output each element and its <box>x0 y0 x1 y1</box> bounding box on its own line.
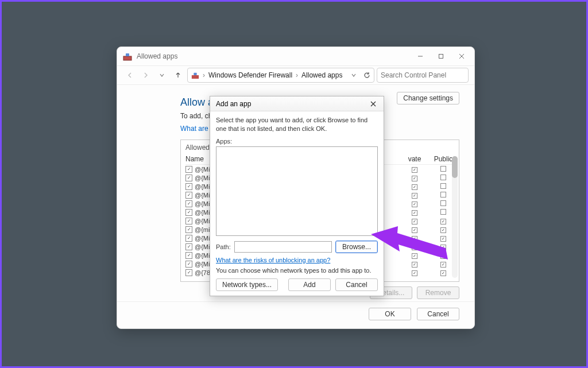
forward-button[interactable] <box>139 68 153 82</box>
add-button[interactable]: Add <box>288 278 331 291</box>
row-checkbox[interactable]: ✓ <box>185 192 192 199</box>
row-checkbox[interactable]: ✓ <box>185 183 192 190</box>
row-checkbox[interactable]: ✓ <box>185 269 192 276</box>
refresh-icon[interactable] <box>363 72 370 79</box>
public-checkbox[interactable]: ✓ <box>440 219 446 224</box>
crumb-firewall[interactable]: Windows Defender Firewall <box>208 71 292 79</box>
svg-rect-4 <box>439 55 443 59</box>
minimize-button[interactable] <box>410 48 431 64</box>
private-checkbox[interactable]: ✓ <box>412 262 417 268</box>
public-checkbox[interactable]: ✓ <box>440 245 446 250</box>
public-checkbox[interactable] <box>440 175 446 180</box>
row-checkbox[interactable]: ✓ <box>185 261 192 268</box>
row-checkbox[interactable]: ✓ <box>185 218 192 224</box>
row-checkbox[interactable]: ✓ <box>185 166 192 173</box>
svg-rect-7 <box>192 75 199 79</box>
private-checkbox[interactable]: ✓ <box>412 193 417 199</box>
private-checkbox[interactable]: ✓ <box>412 184 417 190</box>
dialog-title: Add an app <box>216 100 366 108</box>
private-checkbox[interactable]: ✓ <box>412 176 417 181</box>
address-bar: › Windows Defender Firewall › Allowed ap… <box>117 65 474 85</box>
browse-button[interactable]: Browse... <box>335 241 378 253</box>
change-settings-button[interactable]: Change settings <box>397 92 459 104</box>
scrollbar[interactable] <box>452 156 458 278</box>
public-checkbox[interactable]: ✓ <box>440 270 446 276</box>
public-checkbox[interactable]: ✓ <box>440 236 446 242</box>
dialog-close-button[interactable] <box>366 99 380 109</box>
public-checkbox[interactable] <box>440 183 446 189</box>
row-checkbox[interactable]: ✓ <box>185 226 192 233</box>
svg-rect-0 <box>123 56 131 60</box>
private-checkbox[interactable]: ✓ <box>412 236 417 242</box>
add-app-dialog: Add an app Select the app you want to ad… <box>210 96 384 296</box>
close-button[interactable] <box>451 48 472 64</box>
private-checkbox[interactable]: ✓ <box>412 245 417 250</box>
public-checkbox[interactable] <box>440 200 446 206</box>
private-checkbox[interactable]: ✓ <box>412 167 417 173</box>
crumb-allowed[interactable]: Allowed apps <box>301 71 342 79</box>
private-checkbox[interactable]: ✓ <box>412 210 417 216</box>
row-checkbox[interactable]: ✓ <box>185 209 192 216</box>
public-checkbox[interactable] <box>440 192 446 197</box>
col-private[interactable]: vate <box>400 155 429 163</box>
firewall-icon <box>123 52 132 61</box>
network-note: You can choose which network types to ad… <box>216 267 378 274</box>
remove-button[interactable]: Remove <box>417 286 459 299</box>
unblock-risk-link[interactable]: What are the risks of unblocking an app? <box>216 257 330 264</box>
row-checkbox[interactable]: ✓ <box>185 243 192 250</box>
dialog-cancel-button[interactable]: Cancel <box>335 278 378 291</box>
row-checkbox[interactable]: ✓ <box>185 200 192 207</box>
path-input[interactable] <box>234 241 332 253</box>
svg-rect-2 <box>126 53 129 56</box>
public-checkbox[interactable] <box>440 166 446 172</box>
titlebar: Allowed apps <box>117 47 474 65</box>
path-label: Path: <box>216 243 231 250</box>
dialog-titlebar: Add an app <box>210 96 384 111</box>
row-checkbox[interactable]: ✓ <box>185 252 192 259</box>
scroll-thumb[interactable] <box>452 156 458 178</box>
private-checkbox[interactable]: ✓ <box>412 270 417 276</box>
breadcrumb[interactable]: › Windows Defender Firewall › Allowed ap… <box>187 68 374 83</box>
private-checkbox[interactable]: ✓ <box>412 253 417 259</box>
up-button[interactable] <box>171 68 185 82</box>
recent-dropdown[interactable] <box>155 68 169 82</box>
dialog-description: Select the app you want to add, or click… <box>216 116 378 133</box>
chevron-down-icon[interactable] <box>351 72 357 78</box>
apps-listbox[interactable] <box>216 146 378 236</box>
firewall-icon <box>191 71 199 79</box>
public-checkbox[interactable] <box>440 209 446 215</box>
row-checkbox[interactable]: ✓ <box>185 235 192 242</box>
public-checkbox[interactable]: ✓ <box>440 262 446 268</box>
public-checkbox[interactable]: ✓ <box>440 253 446 259</box>
private-checkbox[interactable]: ✓ <box>412 227 417 233</box>
maximize-button[interactable] <box>431 48 451 64</box>
public-checkbox[interactable]: ✓ <box>440 227 446 233</box>
back-button[interactable] <box>123 68 137 82</box>
dialog-footer: OK Cancel <box>117 301 474 328</box>
search-box[interactable] <box>377 68 469 83</box>
window-title: Allowed apps <box>137 52 410 60</box>
network-types-button[interactable]: Network types... <box>216 278 278 291</box>
private-checkbox[interactable]: ✓ <box>412 219 417 224</box>
private-checkbox[interactable]: ✓ <box>412 202 417 207</box>
svg-rect-8 <box>194 73 196 75</box>
row-checkbox[interactable]: ✓ <box>185 175 192 181</box>
ok-button[interactable]: OK <box>369 308 411 320</box>
search-input[interactable] <box>381 71 467 79</box>
apps-label: Apps: <box>216 138 378 145</box>
cancel-button[interactable]: Cancel <box>417 308 459 320</box>
